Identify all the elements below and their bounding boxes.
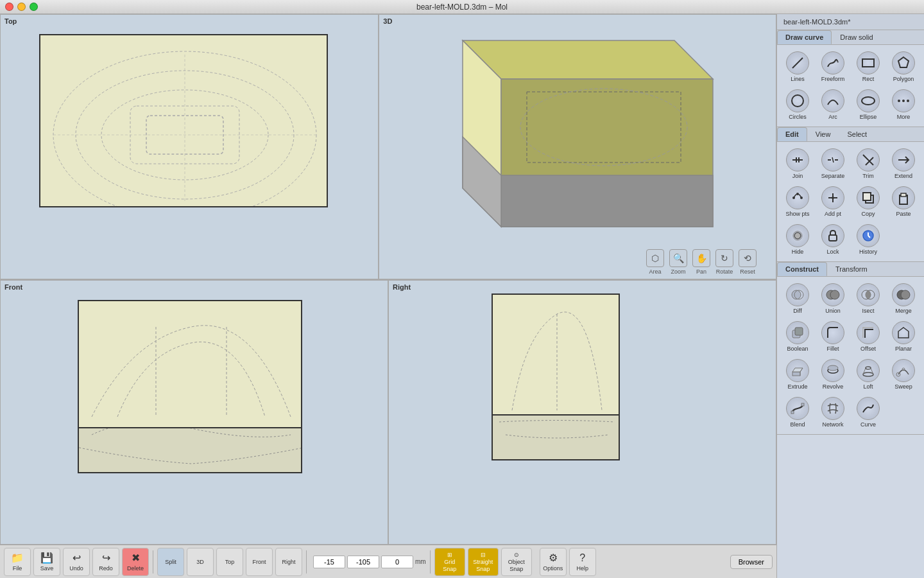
tool-trim[interactable]: Trim	[851, 146, 885, 182]
ellipse-icon	[857, 89, 880, 112]
tool-paste[interactable]: Paste	[887, 184, 920, 220]
tool-hide[interactable]: Hide	[781, 222, 814, 258]
save-button[interactable]: 💾 Save	[33, 548, 60, 576]
file-button[interactable]: 📁 File	[4, 548, 31, 576]
tool-diff[interactable]: Diff	[781, 281, 814, 317]
tool-copy[interactable]: Copy	[851, 184, 885, 220]
3d-nav-controls[interactable]: ⬡ Area 🔍 Zoom ✋ Pan ↻ Rotate	[646, 249, 757, 275]
undo-button[interactable]: ↩ Undo	[63, 548, 90, 576]
svg-rect-40	[829, 235, 837, 241]
browser-button[interactable]: Browser	[730, 555, 773, 569]
tool-lock[interactable]: Lock	[816, 222, 850, 258]
viewport-right[interactable]: Right	[388, 280, 776, 545]
offset-label: Offset	[860, 346, 876, 352]
panel-filename: bear-left-MOLD.3dm*	[777, 14, 924, 30]
tool-freeform[interactable]: Freeform	[816, 49, 850, 85]
nav-reset[interactable]: ⟲ Reset	[739, 249, 757, 275]
right-mode-button[interactable]: Right	[275, 548, 302, 576]
viewport-front[interactable]: Front	[0, 280, 388, 545]
copy-label: Copy	[861, 211, 875, 217]
split-mode-button[interactable]: Split	[157, 548, 184, 576]
grid-snap-button[interactable]: ⊞ Grid Snap	[434, 548, 465, 576]
tab-view[interactable]: View	[807, 127, 839, 141]
nav-area[interactable]: ⬡ Area	[646, 249, 664, 275]
options-button[interactable]: ⚙ Options	[540, 548, 567, 576]
tool-separate[interactable]: Separate	[816, 146, 850, 182]
tool-add-pt[interactable]: Add pt	[816, 184, 850, 220]
3d-mode-button[interactable]: 3D	[187, 548, 214, 576]
separate-icon	[821, 148, 844, 171]
help-button[interactable]: ? Help	[569, 548, 596, 576]
right-view-bottom-curves	[493, 416, 619, 459]
tool-more[interactable]: More	[887, 87, 920, 123]
tool-arc[interactable]: Arc	[816, 87, 850, 123]
straight-snap-button[interactable]: ⊟ Straight Snap	[468, 548, 499, 576]
tool-curve[interactable]: Curve	[851, 394, 885, 430]
tab-construct[interactable]: Construct	[777, 262, 827, 276]
tool-union[interactable]: Union	[816, 281, 850, 317]
help-label: Help	[576, 565, 588, 572]
tool-polygon[interactable]: Polygon	[887, 49, 920, 85]
tool-boolean[interactable]: Boolean	[781, 319, 814, 355]
tool-join[interactable]: Join	[781, 146, 814, 182]
redo-button[interactable]: ↪ Redo	[92, 548, 119, 576]
close-button[interactable]	[5, 3, 13, 11]
maximize-button[interactable]	[30, 3, 38, 11]
y-coord-input[interactable]	[347, 556, 379, 568]
tab-edit[interactable]: Edit	[777, 127, 807, 141]
straight-snap-sublabel: Snap	[476, 566, 490, 572]
svg-rect-37	[901, 193, 906, 197]
straight-snap-icon: ⊟	[481, 552, 486, 558]
tool-revolve[interactable]: Revolve	[816, 356, 850, 392]
tab-transform[interactable]: Transform	[827, 262, 876, 276]
tool-blend[interactable]: Blend	[781, 394, 814, 430]
tool-extend[interactable]: Extend	[887, 146, 920, 182]
nav-rotate-label: Rotate	[716, 268, 733, 275]
top-mode-button[interactable]: Top	[216, 548, 243, 576]
tool-loft[interactable]: Loft	[851, 356, 885, 392]
undo-label: Undo	[69, 565, 83, 572]
front-mode-button[interactable]: Front	[246, 548, 273, 576]
tool-planar[interactable]: Planar	[887, 319, 920, 355]
tool-fillet[interactable]: Fillet	[816, 319, 850, 355]
svg-point-62	[866, 367, 871, 369]
tool-lines[interactable]: Lines	[781, 49, 814, 85]
object-snap-button[interactable]: ⊙ Object Snap	[501, 548, 532, 576]
tool-isect[interactable]: Isect	[851, 281, 885, 317]
delete-button[interactable]: ✖ Delete	[122, 548, 149, 576]
nav-rotate[interactable]: ↻ Rotate	[715, 249, 733, 275]
tool-offset[interactable]: Offset	[851, 319, 885, 355]
tab-draw-solid[interactable]: Draw solid	[832, 30, 881, 44]
delete-label: Delete	[127, 565, 144, 572]
window-controls[interactable]	[5, 3, 38, 11]
tool-ellipse[interactable]: Ellipse	[851, 87, 885, 123]
tool-rect[interactable]: Rect	[851, 49, 885, 85]
tool-show-pts[interactable]: Show pts	[781, 184, 814, 220]
grid-snap-label: Grid	[444, 559, 455, 565]
main-container: Top	[0, 14, 924, 578]
nav-pan[interactable]: ✋ Pan	[692, 249, 710, 275]
tab-select[interactable]: Select	[839, 127, 875, 141]
tool-extrude[interactable]: Extrude	[781, 356, 814, 392]
minimize-button[interactable]	[17, 3, 26, 11]
arc-icon	[821, 89, 844, 112]
front-view-curves	[79, 301, 301, 427]
x-coord-input[interactable]	[313, 556, 345, 568]
tool-circles[interactable]: Circles	[781, 87, 814, 123]
join-label: Join	[792, 173, 803, 179]
separate-label: Separate	[821, 173, 845, 179]
z-coord-input[interactable]	[381, 556, 413, 568]
construct-tools-section: Diff Union Isect	[777, 277, 924, 435]
viewport-3d[interactable]: 3D	[379, 14, 776, 279]
front-view-top	[78, 300, 302, 428]
history-label: History	[859, 249, 877, 255]
tool-merge[interactable]: Merge	[887, 281, 920, 317]
nav-zoom[interactable]: 🔍 Zoom	[669, 249, 687, 275]
tool-sweep[interactable]: Sweep	[887, 356, 920, 392]
tool-network[interactable]: Network	[816, 394, 850, 430]
lock-label: Lock	[826, 249, 839, 255]
tab-draw-curve[interactable]: Draw curve	[777, 30, 832, 44]
history-icon	[857, 224, 880, 247]
viewport-top[interactable]: Top	[0, 14, 379, 279]
tool-history[interactable]: History	[851, 222, 885, 258]
